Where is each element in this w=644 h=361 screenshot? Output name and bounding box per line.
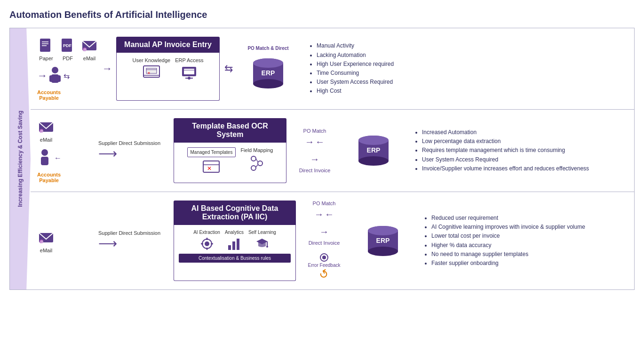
supplier-arrow-r3: Supplier Direct Submission ⟶ xyxy=(98,201,174,281)
pdf-icon: PDF xyxy=(59,37,77,55)
source-section-row1: Paper PDF PDF @ xyxy=(37,37,98,101)
arrow-po-right: → xyxy=(305,136,314,147)
erp-cylinder-r3: ERP xyxy=(364,222,402,260)
central-box-r1: Manual AP Invoice Entry User Knowledge ✕ xyxy=(116,37,220,101)
svg-point-43 xyxy=(358,156,389,166)
bullet-item: Higher % data accuracy xyxy=(431,241,628,250)
erp-access-icon xyxy=(180,65,198,80)
svg-rect-19 xyxy=(184,69,194,74)
field-mapping-label: Field Mapping xyxy=(240,147,273,153)
po-match-direct-label: PO Match & Direct xyxy=(247,46,288,51)
svg-rect-12 xyxy=(57,75,61,82)
svg-point-66 xyxy=(322,256,326,259)
bullet-item: Faster supplier onboarding xyxy=(431,259,628,268)
bullet-item: No need to manage supplier templates xyxy=(431,250,628,259)
central-box-r2: Template Based OCR System Managed Templa… xyxy=(174,118,286,183)
central-body-r3: AI Extraction xyxy=(174,225,296,281)
svg-text:@: @ xyxy=(40,129,43,133)
page-title: Automation Benefits of Artificial Intell… xyxy=(9,9,635,20)
svg-point-37 xyxy=(258,161,262,166)
svg-point-44 xyxy=(358,136,389,145)
bullets-r1: Manual Activity Lacking Automation High … xyxy=(299,37,628,101)
svg-point-9 xyxy=(52,67,58,73)
analytics-item: Analytics xyxy=(225,230,244,251)
arrow-direct-r3: → xyxy=(319,226,329,237)
po-label-r2: PO Match xyxy=(303,128,326,134)
bullet-item: User System Access Required xyxy=(317,78,628,87)
svg-rect-11 xyxy=(49,75,53,82)
svg-text:✕: ✕ xyxy=(147,71,151,75)
row-ai: @ eMail Supplier Direct Submission ⟶ AI … xyxy=(31,192,634,289)
email-icon-label-r1: @ eMail xyxy=(80,37,98,61)
source-section-r3: @ eMail xyxy=(37,201,98,281)
central-body-row-r2: Managed Templates ✕ Field Mapping xyxy=(179,147,281,175)
bullet-item: High User Experience required xyxy=(317,60,628,69)
svg-rect-59 xyxy=(228,245,231,250)
direct-label-r2: Direct Invoice xyxy=(299,168,331,173)
po-match-area-r3: PO Match → ← → Direct Invoice Error Feed… xyxy=(296,201,352,281)
central-header-r1: Manual AP Invoice Entry xyxy=(116,37,220,53)
arrow-po-left: ← xyxy=(315,136,325,147)
email-icon-r3: @ xyxy=(37,229,55,247)
paper-icon xyxy=(37,37,55,55)
erp-section-r3: ERP xyxy=(352,201,413,281)
arrow-to-erp-r1: ⇆ xyxy=(220,37,238,101)
svg-text:ERP: ERP xyxy=(376,237,390,244)
managed-templates-icon: ✕ xyxy=(202,160,220,175)
svg-rect-32 xyxy=(41,157,48,165)
email-icon-label-r3: @ eMail xyxy=(37,229,55,253)
central-body-row-r1: User Knowledge ✕ ERP Access xyxy=(121,57,215,80)
managed-templates-item: Managed Templates ✕ xyxy=(187,147,236,175)
po-arrows-r3: → ← xyxy=(314,209,334,220)
svg-point-38 xyxy=(251,166,256,170)
erp-cylinder-r1: ERP xyxy=(249,55,287,92)
svg-text:ERP: ERP xyxy=(367,146,381,154)
user-knowledge-item: User Knowledge ✕ xyxy=(132,57,170,80)
email-icon-label-r2: @ eMail xyxy=(37,118,55,143)
error-gear-icon xyxy=(319,252,329,263)
long-arrow-r2: ⟶ xyxy=(98,146,117,161)
erp-cylinder-r2: ERP xyxy=(355,132,392,169)
erp-access-item: ERP Access xyxy=(175,57,203,80)
bullet-item: Lower total cost per invoice xyxy=(431,232,628,241)
arrow-po-right-r3: → xyxy=(314,209,324,220)
ap-label-r2: AccountsPayable xyxy=(37,172,61,183)
po-label-r3: PO Match xyxy=(313,201,336,206)
supplier-label-r3: Supplier Direct Submission xyxy=(98,230,160,236)
svg-point-25 xyxy=(253,79,283,88)
bullets-r2: Increased Automation Low percentage data… xyxy=(404,118,628,183)
svg-point-50 xyxy=(205,241,209,246)
long-arrow-r3: ⟶ xyxy=(98,236,117,251)
svg-text:@: @ xyxy=(40,240,43,243)
ai-extraction-item: AI Extraction xyxy=(193,230,220,251)
svg-point-55 xyxy=(206,238,208,240)
svg-rect-0 xyxy=(40,39,50,52)
source-section-r2: @ eMail ← AccountsPayable xyxy=(37,118,98,183)
email-label-r1: eMail xyxy=(83,56,95,61)
svg-rect-60 xyxy=(232,241,235,250)
svg-line-40 xyxy=(256,165,258,167)
pdf-label: PDF xyxy=(63,56,73,61)
left-efficiency-arrow: Increasing Efficiency & Cost Saving xyxy=(10,28,31,289)
pdf-icon-label: PDF PDF xyxy=(59,37,77,61)
erp-access-label: ERP Access xyxy=(175,57,203,63)
central-header-r2: Template Based OCR System xyxy=(174,118,286,143)
person-icon-r1 xyxy=(48,66,63,86)
central-body-row-r3: AI Extraction xyxy=(179,230,291,251)
ap-label-r1: AccountsPayable xyxy=(37,89,61,101)
analytics-icon xyxy=(227,237,242,251)
orange-curved-arrow: ↺ xyxy=(317,266,331,282)
bullet-item: Requires template management which is ti… xyxy=(422,146,628,155)
svg-text:ERP: ERP xyxy=(262,69,275,77)
arrow-to-central-r1: → xyxy=(98,37,116,101)
erp-section-r1: PO Match & Direct ERP xyxy=(238,37,299,101)
bullet-item: Time Consuming xyxy=(317,69,628,78)
central-body-r2: Managed Templates ✕ Field Mapping xyxy=(174,143,286,183)
user-knowledge-label: User Knowledge xyxy=(132,57,170,63)
context-bar: Contextualisation & Business rules xyxy=(179,254,291,263)
bullet-item: Lacking Automation xyxy=(317,51,628,60)
email-icon-r2: @ xyxy=(37,118,55,136)
arrow-left-person-r2: ← xyxy=(54,154,62,162)
user-knowledge-icon: ✕ xyxy=(143,65,160,80)
svg-text:PDF: PDF xyxy=(63,43,72,48)
